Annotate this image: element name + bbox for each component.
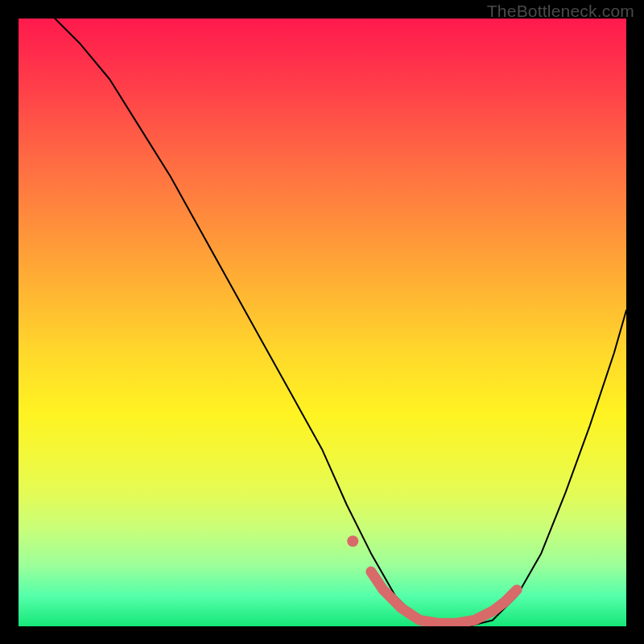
plot-area <box>19 19 626 626</box>
highlight-segment <box>371 572 517 623</box>
chart-svg <box>19 19 626 626</box>
chart-stage: TheBottleneck.com <box>0 0 644 644</box>
highlight-dot <box>347 535 358 547</box>
bottleneck-curve <box>55 19 626 626</box>
attribution-text: TheBottleneck.com <box>487 2 634 21</box>
